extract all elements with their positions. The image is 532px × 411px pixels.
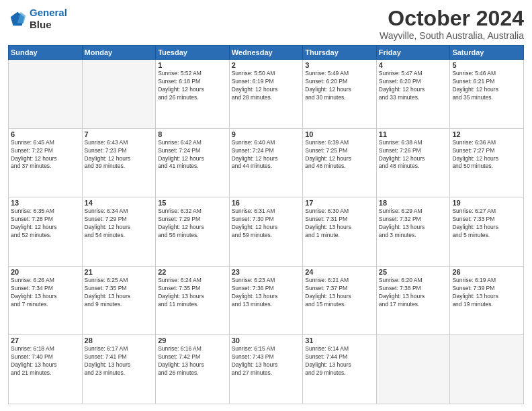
calendar-week-row: 27Sunrise: 6:18 AM Sunset: 7:40 PM Dayli…: [9, 335, 524, 404]
calendar-cell: 15Sunrise: 6:32 AM Sunset: 7:29 PM Dayli…: [156, 197, 230, 267]
calendar-cell: 1Sunrise: 5:52 AM Sunset: 6:18 PM Daylig…: [156, 60, 230, 129]
day-number: 22: [158, 268, 227, 276]
calendar-cell: 2Sunrise: 5:50 AM Sunset: 6:19 PM Daylig…: [229, 60, 303, 129]
calendar-cell: 7Sunrise: 6:43 AM Sunset: 7:23 PM Daylig…: [82, 128, 156, 197]
calendar-cell: 13Sunrise: 6:35 AM Sunset: 7:28 PM Dayli…: [9, 197, 83, 267]
calendar-cell: 29Sunrise: 6:16 AM Sunset: 7:42 PM Dayli…: [156, 335, 230, 404]
day-number: 15: [158, 199, 227, 207]
day-info: Sunrise: 6:15 AM Sunset: 7:43 PM Dayligh…: [232, 345, 301, 377]
weekday-header: Thursday: [303, 46, 377, 60]
day-info: Sunrise: 6:34 AM Sunset: 7:29 PM Dayligh…: [85, 208, 154, 240]
day-number: 25: [379, 268, 448, 276]
calendar-cell: 17Sunrise: 6:30 AM Sunset: 7:31 PM Dayli…: [303, 197, 377, 267]
day-number: 29: [158, 336, 227, 345]
day-number: 2: [232, 61, 301, 69]
calendar-cell: 25Sunrise: 6:20 AM Sunset: 7:38 PM Dayli…: [376, 266, 450, 335]
calendar-cell: 28Sunrise: 6:17 AM Sunset: 7:41 PM Dayli…: [82, 335, 156, 404]
day-info: Sunrise: 6:36 AM Sunset: 7:27 PM Dayligh…: [452, 139, 521, 171]
calendar-cell: 16Sunrise: 6:31 AM Sunset: 7:30 PM Dayli…: [229, 197, 303, 267]
day-number: 13: [11, 199, 80, 207]
calendar-cell: 5Sunrise: 5:46 AM Sunset: 6:21 PM Daylig…: [450, 60, 524, 129]
day-number: 10: [305, 130, 374, 138]
day-info: Sunrise: 6:19 AM Sunset: 7:39 PM Dayligh…: [452, 277, 521, 309]
day-number: 18: [379, 199, 448, 207]
calendar-cell: 26Sunrise: 6:19 AM Sunset: 7:39 PM Dayli…: [450, 266, 524, 335]
weekday-header: Tuesday: [156, 46, 230, 60]
day-info: Sunrise: 6:45 AM Sunset: 7:22 PM Dayligh…: [11, 139, 80, 171]
day-number: 9: [232, 130, 301, 138]
day-info: Sunrise: 6:27 AM Sunset: 7:33 PM Dayligh…: [452, 208, 521, 240]
day-info: Sunrise: 6:14 AM Sunset: 7:44 PM Dayligh…: [305, 345, 374, 377]
calendar-week-row: 1Sunrise: 5:52 AM Sunset: 6:18 PM Daylig…: [9, 60, 524, 129]
calendar-cell: [9, 60, 83, 129]
day-number: 19: [452, 199, 521, 207]
day-info: Sunrise: 6:25 AM Sunset: 7:35 PM Dayligh…: [85, 277, 154, 309]
day-info: Sunrise: 6:30 AM Sunset: 7:31 PM Dayligh…: [305, 208, 374, 240]
logo-text: General Blue: [30, 7, 67, 31]
day-info: Sunrise: 6:32 AM Sunset: 7:29 PM Dayligh…: [158, 208, 227, 240]
day-number: 11: [379, 130, 448, 138]
weekday-header: Sunday: [9, 46, 83, 60]
day-info: Sunrise: 6:38 AM Sunset: 7:26 PM Dayligh…: [379, 139, 448, 171]
day-info: Sunrise: 6:39 AM Sunset: 7:25 PM Dayligh…: [305, 139, 374, 171]
title-block: October 2024 Wayville, South Australia, …: [380, 7, 524, 41]
day-number: 27: [11, 336, 80, 345]
calendar-cell: [82, 60, 156, 129]
calendar-cell: 30Sunrise: 6:15 AM Sunset: 7:43 PM Dayli…: [229, 335, 303, 404]
weekday-header: Saturday: [450, 46, 524, 60]
day-info: Sunrise: 5:50 AM Sunset: 6:19 PM Dayligh…: [232, 70, 301, 102]
header: General Blue October 2024 Wayville, Sout…: [8, 7, 524, 41]
day-info: Sunrise: 6:17 AM Sunset: 7:41 PM Dayligh…: [85, 345, 154, 377]
logo-line1: General: [30, 7, 67, 18]
day-info: Sunrise: 5:52 AM Sunset: 6:18 PM Dayligh…: [158, 70, 227, 102]
calendar-cell: 24Sunrise: 6:21 AM Sunset: 7:37 PM Dayli…: [303, 266, 377, 335]
calendar-cell: 14Sunrise: 6:34 AM Sunset: 7:29 PM Dayli…: [82, 197, 156, 267]
day-info: Sunrise: 6:40 AM Sunset: 7:24 PM Dayligh…: [232, 139, 301, 171]
day-number: 14: [85, 199, 154, 207]
calendar-cell: 22Sunrise: 6:24 AM Sunset: 7:35 PM Dayli…: [156, 266, 230, 335]
calendar-cell: 18Sunrise: 6:29 AM Sunset: 7:32 PM Dayli…: [376, 197, 450, 267]
day-info: Sunrise: 6:16 AM Sunset: 7:42 PM Dayligh…: [158, 345, 227, 377]
logo-line2: Blue: [30, 19, 67, 31]
calendar-week-row: 20Sunrise: 6:26 AM Sunset: 7:34 PM Dayli…: [9, 266, 524, 335]
calendar-cell: 11Sunrise: 6:38 AM Sunset: 7:26 PM Dayli…: [376, 128, 450, 197]
page: General Blue October 2024 Wayville, Sout…: [0, 0, 532, 411]
calendar-cell: 19Sunrise: 6:27 AM Sunset: 7:33 PM Dayli…: [450, 197, 524, 267]
day-info: Sunrise: 6:18 AM Sunset: 7:40 PM Dayligh…: [11, 345, 80, 377]
day-number: 1: [158, 61, 227, 69]
day-number: 5: [452, 61, 521, 69]
calendar-cell: 9Sunrise: 6:40 AM Sunset: 7:24 PM Daylig…: [229, 128, 303, 197]
calendar-cell: 10Sunrise: 6:39 AM Sunset: 7:25 PM Dayli…: [303, 128, 377, 197]
weekday-header: Friday: [376, 46, 450, 60]
calendar-cell: 8Sunrise: 6:42 AM Sunset: 7:24 PM Daylig…: [156, 128, 230, 197]
day-number: 31: [305, 336, 374, 345]
calendar-cell: 12Sunrise: 6:36 AM Sunset: 7:27 PM Dayli…: [450, 128, 524, 197]
day-info: Sunrise: 6:23 AM Sunset: 7:36 PM Dayligh…: [232, 277, 301, 309]
day-number: 23: [232, 268, 301, 276]
calendar-cell: 31Sunrise: 6:14 AM Sunset: 7:44 PM Dayli…: [303, 335, 377, 404]
day-number: 20: [11, 268, 80, 276]
calendar-cell: 23Sunrise: 6:23 AM Sunset: 7:36 PM Dayli…: [229, 266, 303, 335]
day-number: 17: [305, 199, 374, 207]
calendar-week-row: 6Sunrise: 6:45 AM Sunset: 7:22 PM Daylig…: [9, 128, 524, 197]
calendar-cell: 4Sunrise: 5:47 AM Sunset: 6:20 PM Daylig…: [376, 60, 450, 129]
calendar-cell: [376, 335, 450, 404]
day-info: Sunrise: 6:43 AM Sunset: 7:23 PM Dayligh…: [85, 139, 154, 171]
day-number: 12: [452, 130, 521, 138]
logo-icon: [8, 9, 27, 28]
header-row: SundayMondayTuesdayWednesdayThursdayFrid…: [9, 46, 524, 60]
day-info: Sunrise: 6:26 AM Sunset: 7:34 PM Dayligh…: [11, 277, 80, 309]
calendar-cell: 20Sunrise: 6:26 AM Sunset: 7:34 PM Dayli…: [9, 266, 83, 335]
day-number: 30: [232, 336, 301, 345]
day-info: Sunrise: 6:31 AM Sunset: 7:30 PM Dayligh…: [232, 208, 301, 240]
day-number: 28: [85, 336, 154, 345]
day-number: 21: [85, 268, 154, 276]
calendar-cell: 6Sunrise: 6:45 AM Sunset: 7:22 PM Daylig…: [9, 128, 83, 197]
calendar-cell: 27Sunrise: 6:18 AM Sunset: 7:40 PM Dayli…: [9, 335, 83, 404]
day-info: Sunrise: 5:46 AM Sunset: 6:21 PM Dayligh…: [452, 70, 521, 102]
day-number: 16: [232, 199, 301, 207]
day-info: Sunrise: 6:35 AM Sunset: 7:28 PM Dayligh…: [11, 208, 80, 240]
calendar-table: SundayMondayTuesdayWednesdayThursdayFrid…: [8, 45, 524, 404]
day-number: 4: [379, 61, 448, 69]
day-info: Sunrise: 6:29 AM Sunset: 7:32 PM Dayligh…: [379, 208, 448, 240]
